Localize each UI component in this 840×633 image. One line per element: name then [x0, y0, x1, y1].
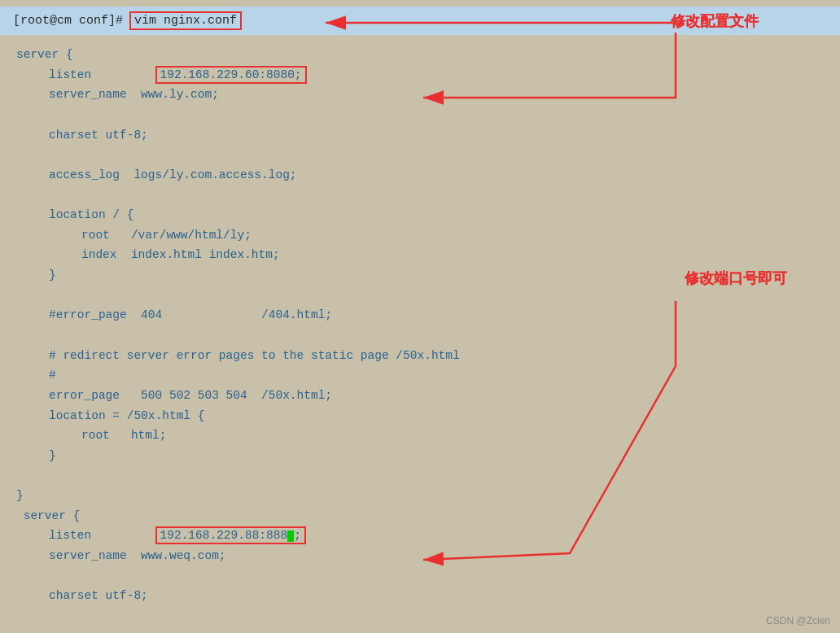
- code-line-server1: server {: [16, 45, 824, 65]
- command-highlight: vim nginx.conf: [129, 11, 242, 30]
- code-line-charset2: charset utf-8;: [16, 586, 824, 606]
- annotation-config-label: 修改配置文件: [671, 11, 759, 31]
- annotation-port-label: 修改端口号即可: [685, 268, 787, 288]
- blank3: [16, 185, 824, 205]
- code-line-listen2: listen 192.168.229.88:888;: [16, 526, 824, 546]
- code-line-servername2: server_name www.weq.com;: [16, 546, 824, 566]
- code-line-server2: server {: [16, 506, 824, 526]
- code-line-location1: location / {: [16, 205, 824, 225]
- code-block: server { listen 192.168.229.60:8080; ser…: [0, 45, 840, 606]
- code-line-location-50x: location = /50x.html {: [16, 406, 824, 426]
- prompt-text: [root@cm conf]#: [13, 14, 123, 28]
- code-line-root1: root /var/www/html/ly;: [16, 225, 824, 246]
- cursor: [287, 530, 294, 542]
- blank2: [16, 145, 824, 165]
- blank6: [16, 465, 824, 486]
- code-line-errorpage: error_page 500 502 503 504 /50x.html;: [16, 386, 824, 406]
- listen-highlight-2: 192.168.229.88:888;: [155, 526, 306, 544]
- code-line-close-loc2: }: [16, 446, 824, 466]
- code-line-accesslog: access_log logs/ly.com.access.log;: [16, 165, 824, 186]
- code-line-errorpage-comment: #error_page 404 /404.html;: [16, 305, 824, 325]
- code-line-hash: #: [16, 365, 824, 386]
- code-line-close-server1: }: [16, 486, 824, 506]
- code-line-root-html: root html;: [16, 426, 824, 446]
- blank1: [16, 105, 824, 125]
- terminal-area: [root@cm conf]# vim nginx.conf server { …: [0, 0, 840, 633]
- watermark: CSDN @Zcien: [766, 615, 830, 626]
- code-line-redirect-comment: # redirect server error pages to the sta…: [16, 346, 824, 366]
- code-line-servername1: server_name www.ly.com;: [16, 85, 824, 105]
- blank4: [16, 286, 824, 306]
- blank7: [16, 566, 824, 587]
- code-line-charset1: charset utf-8;: [16, 125, 824, 146]
- code-line-index: index index.html index.htm;: [16, 245, 824, 265]
- code-line-listen1: listen 192.168.229.60:8080;: [16, 65, 824, 85]
- blank5: [16, 325, 824, 346]
- listen-highlight-1: 192.168.229.60:8080;: [155, 66, 307, 84]
